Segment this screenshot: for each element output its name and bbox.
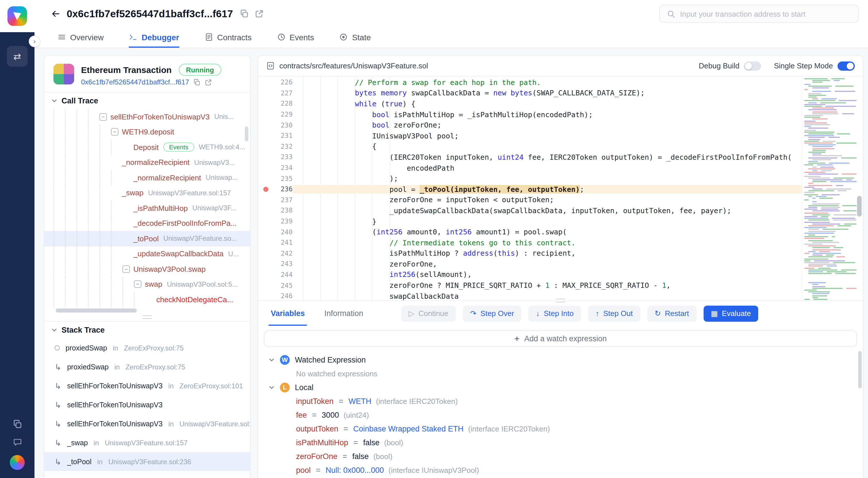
editor-scrollbar-thumb[interactable]	[857, 196, 862, 217]
collapse-toggle-icon[interactable]: −	[111, 128, 118, 136]
local-header[interactable]: L Local	[258, 380, 863, 394]
stack-frame[interactable]: ↳sellEthForTokenToUniswapV3	[44, 395, 250, 414]
code-text[interactable]: IUniswapV3Pool pool;	[292, 132, 802, 140]
code-text[interactable]: {	[292, 142, 802, 151]
stack-frame[interactable]: ↳sellEthForTokenToUniswapV3inZeroExProxy…	[44, 376, 250, 395]
open-external-icon-small[interactable]	[205, 78, 212, 86]
step-into-button[interactable]: ↓Step Into	[529, 305, 581, 321]
stack-frame[interactable]: ↳_toPoolinUniswapV3Feature.sol:236	[44, 452, 250, 471]
call-trace-item[interactable]: _toPoolUniswapV3Feature.so...	[44, 231, 250, 246]
code-text[interactable]: isPathMultiHop ? address(this) : recipie…	[292, 249, 802, 258]
code-text[interactable]: encodedPath	[292, 163, 802, 172]
panel-resize-handle[interactable]	[44, 313, 250, 321]
editor-scrollbar[interactable]	[857, 76, 863, 300]
pane-scrollbar-thumb[interactable]	[858, 351, 862, 388]
code-text[interactable]: );	[292, 174, 802, 183]
evaluate-button[interactable]: ▦Evaluate	[703, 305, 758, 321]
minimap[interactable]	[802, 76, 857, 300]
call-hierarchy-icon[interactable]: ⇄	[7, 46, 28, 67]
docs-icon[interactable]	[12, 419, 22, 429]
copy-hash-icon-small[interactable]	[193, 78, 200, 86]
call-trace-item[interactable]: −WETH9.deposit	[44, 124, 250, 139]
code-text[interactable]: // Intermediate tokens go to this contra…	[292, 238, 802, 247]
code-text[interactable]: (IERC20Token inputToken, uint24 fee, IER…	[292, 153, 802, 161]
continue-button[interactable]: ▷Continue	[401, 305, 456, 321]
collapse-toggle-icon[interactable]: −	[122, 265, 130, 273]
code-text[interactable]: bool isPathMultiHop = _isPathMultiHop(en…	[292, 110, 802, 119]
call-trace-header[interactable]: Call Trace	[44, 92, 250, 109]
add-watch-expression[interactable]: + Add a watch expression	[264, 330, 857, 347]
code-text[interactable]: pool = _toPool(inputToken, fee, outputTo…	[292, 185, 802, 193]
stack-frame[interactable]: ↳proxiedSwapinZeroExProxy.sol:75	[44, 357, 250, 376]
tab-overview[interactable]: Overview	[58, 28, 104, 48]
code-text[interactable]: zeroForOne = inputToken < outputToken;	[292, 196, 802, 204]
open-external-icon[interactable]	[255, 9, 264, 19]
copy-hash-icon[interactable]	[240, 9, 249, 19]
tab-events[interactable]: Events	[277, 28, 314, 48]
call-trace-item[interactable]: −swapUniswapV3Pool.sol:5...	[44, 277, 250, 292]
tree-indent-guide	[111, 292, 122, 307]
call-trace-item[interactable]: checkNotDelegateCa...	[44, 292, 250, 307]
call-trace-item[interactable]: DepositEventsWETH9.sol:4...	[44, 139, 250, 155]
call-trace-item[interactable]: _normalizeRecipientUniswap...	[44, 170, 250, 185]
clock-icon	[277, 33, 285, 41]
call-trace-item[interactable]: _normalizeRecipientUniswapV3...	[44, 155, 250, 170]
tree-indent-guide	[76, 124, 88, 139]
debug-tab-information[interactable]: Information	[322, 301, 366, 326]
code-text[interactable]: while (true) {	[292, 99, 802, 108]
breakpoint-dot[interactable]	[258, 186, 273, 192]
stack-frame[interactable]: ↳_swapinUniswapV3Feature.sol:157	[44, 433, 250, 452]
user-avatar[interactable]	[10, 455, 25, 470]
call-trace-item[interactable]: _swapUniswapV3Feature.sol:157	[44, 185, 250, 200]
transaction-search[interactable]	[659, 5, 859, 23]
app-logo[interactable]	[0, 0, 34, 32]
code-text[interactable]: bytes memory swapCallbackData = new byte…	[292, 89, 802, 97]
step-out-button[interactable]: ↑Step Out	[588, 305, 640, 321]
call-trace-hscrollbar[interactable]	[51, 307, 243, 313]
code-text[interactable]: zeroForOne,	[292, 260, 802, 268]
call-trace-item[interactable]: _isPathMultiHopUniswapV3F...	[44, 200, 250, 216]
pane-scrollbar[interactable]	[858, 351, 862, 466]
back-button[interactable]	[51, 9, 61, 19]
hscroll-thumb[interactable]	[56, 308, 137, 312]
code-text[interactable]: bool zeroForOne;	[292, 121, 802, 129]
code-text[interactable]: int256(sellAmount),	[292, 270, 802, 279]
code-text[interactable]: _updateSwapCallbackData(swapCallbackData…	[292, 206, 802, 215]
code-line-226: 226 // Perform a swap for each hop in th…	[258, 77, 802, 88]
restart-button[interactable]: ↻Restart	[647, 305, 696, 321]
target-icon	[339, 33, 348, 41]
watched-expression-header[interactable]: W Watched Expression	[258, 353, 863, 367]
main-column: 0x6c1fb7ef5265447d1baff3cf...f617 Overvi…	[34, 0, 868, 478]
call-trace-item[interactable]: _decodeFirstPoolInfoFromPa...	[44, 216, 250, 231]
debug-build-toggle[interactable]	[744, 61, 762, 70]
tab-state[interactable]: State	[339, 28, 371, 48]
sidebar-expand-button[interactable]: ›	[29, 36, 40, 47]
collapse-toggle-icon[interactable]: −	[99, 113, 107, 121]
stack-frame[interactable]: proxiedSwapinZeroExProxy.sol:75	[44, 339, 250, 357]
feedback-icon[interactable]	[12, 437, 22, 447]
stack-frame[interactable]: ↳sellEthForTokenToUniswapV3inUniswapV3Fe…	[44, 414, 250, 433]
variable-value[interactable]: Null: 0x000...000	[326, 466, 384, 474]
transaction-hash-link[interactable]: 0x6c1fb7ef5265447d1baff3cf...f617	[81, 78, 189, 86]
variable-value[interactable]: Coinbase Wrapped Staked ETH	[353, 424, 464, 433]
stack-trace-header[interactable]: Stack Trace	[44, 321, 250, 339]
tab-debugger[interactable]: Debugger	[129, 28, 179, 48]
collapse-toggle-icon[interactable]: −	[134, 281, 142, 288]
debug-tab-variables[interactable]: Variables	[269, 301, 307, 326]
call-trace-item[interactable]: −sellEthForTokenToUniswapV3Unis...	[44, 109, 250, 124]
tree-indent-guide	[76, 185, 88, 200]
step-over-button[interactable]: ↷Step Over	[463, 305, 522, 321]
code-text[interactable]: zeroForOne ? MIN_PRICE_SQRT_RATIO + 1 : …	[292, 281, 802, 290]
search-input[interactable]	[680, 9, 851, 18]
call-trace-item[interactable]: −UniswapV3Pool.swap	[44, 261, 250, 277]
debug-tabs: VariablesInformation	[269, 301, 380, 326]
single-step-toggle[interactable]	[838, 61, 855, 70]
code-text[interactable]: }	[292, 217, 802, 225]
variable-value[interactable]: WETH	[348, 397, 371, 405]
code-text[interactable]: // Perform a swap for each hop in the pa…	[292, 78, 802, 87]
call-trace-item[interactable]: _updateSwapCallbackDataU...	[44, 246, 250, 261]
tab-contracts[interactable]: Contracts	[204, 28, 251, 48]
code-text[interactable]: (int256 amount0, int256 amount1) = pool.…	[292, 227, 802, 236]
code-text[interactable]: swapCallbackData	[292, 292, 802, 300]
call-trace-scrollbar-thumb[interactable]	[245, 126, 248, 141]
